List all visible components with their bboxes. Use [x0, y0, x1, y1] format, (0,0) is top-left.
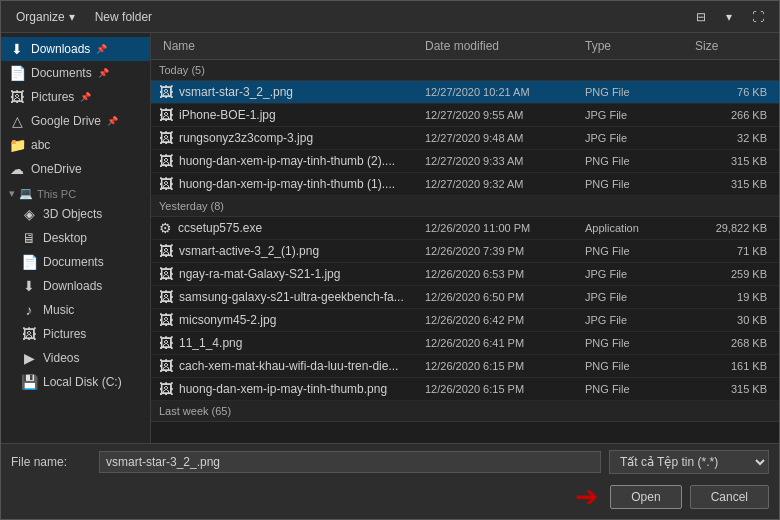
file-date: 12/27/2020 9:55 AM: [421, 109, 581, 121]
file-name-cell: 🖼 huong-dan-xem-ip-may-tinh-thumb (1)...…: [159, 176, 421, 192]
table-row[interactable]: 🖼 huong-dan-xem-ip-may-tinh-thumb (1)...…: [151, 173, 779, 196]
file-date: 12/26/2020 6:42 PM: [421, 314, 581, 326]
view-icon: ⊟: [696, 10, 706, 24]
file-size: 71 KB: [691, 245, 771, 257]
localdisk-icon: 💾: [21, 374, 37, 390]
file-type: PNG File: [581, 178, 691, 190]
table-row[interactable]: 🖼 rungsonyz3z3comp-3.jpg 12/27/2020 9:48…: [151, 127, 779, 150]
column-headers: Name Date modified Type Size: [151, 33, 779, 60]
view-toggle-button[interactable]: ⊟: [689, 7, 713, 27]
music-icon: ♪: [21, 302, 37, 318]
documents-quick-icon: 📄: [9, 65, 25, 81]
table-row[interactable]: 🖼 vsmart-star-3_2_.png 12/27/2020 10:21 …: [151, 81, 779, 104]
group-header: Today (5): [151, 60, 779, 81]
file-name-cell: 🖼 samsung-galaxy-s21-ultra-geekbench-fa.…: [159, 289, 421, 305]
table-row[interactable]: 🖼 micsonym45-2.jpg 12/26/2020 6:42 PM JP…: [151, 309, 779, 332]
sidebar-label-abc-quick: abc: [31, 138, 50, 152]
cancel-button[interactable]: Cancel: [690, 485, 769, 509]
sidebar-label-downloads: Downloads: [43, 279, 102, 293]
action-row: ➔ Open Cancel: [11, 480, 769, 513]
file-type-icon: 🖼: [159, 266, 173, 282]
sidebar-item-documents[interactable]: 📄 Documents: [1, 250, 150, 274]
organize-chevron: ▾: [69, 10, 75, 24]
sidebar-item-desktop[interactable]: 🖥 Desktop: [1, 226, 150, 250]
file-type: PNG File: [581, 245, 691, 257]
col-date[interactable]: Date modified: [421, 37, 581, 55]
file-type: PNG File: [581, 360, 691, 372]
pin-icon: 📌: [98, 68, 109, 78]
col-size[interactable]: Size: [691, 37, 771, 55]
table-row[interactable]: 🖼 iPhone-BOE-1.jpg 12/27/2020 9:55 AM JP…: [151, 104, 779, 127]
sidebar-item-videos[interactable]: ▶ Videos: [1, 346, 150, 370]
sidebar-label-pictures: Pictures: [43, 327, 86, 341]
onedrive-icon: ☁: [9, 161, 25, 177]
file-name: cach-xem-mat-khau-wifi-da-luu-tren-die..…: [179, 359, 398, 373]
file-date: 12/27/2020 9:32 AM: [421, 178, 581, 190]
sidebar-item-downloads[interactable]: ⬇ Downloads: [1, 274, 150, 298]
file-name: vsmart-active-3_2_(1).png: [179, 244, 319, 258]
file-date: 12/26/2020 6:41 PM: [421, 337, 581, 349]
organize-button[interactable]: Organize ▾: [9, 7, 82, 27]
file-dialog: Organize ▾ New folder ⊟ ▾ ⛶ ⬇ Downloads …: [0, 0, 780, 520]
file-type-icon: 🖼: [159, 312, 173, 328]
pin-icon: 📌: [107, 116, 118, 126]
this-pc-label: This PC: [37, 188, 76, 200]
sidebar-item-documents-quick[interactable]: 📄 Documents 📌: [1, 61, 150, 85]
chevron-icon: ▾: [9, 187, 15, 200]
table-row[interactable]: 🖼 vsmart-active-3_2_(1).png 12/26/2020 7…: [151, 240, 779, 263]
file-size: 315 KB: [691, 383, 771, 395]
sidebar-item-abc-quick[interactable]: 📁 abc: [1, 133, 150, 157]
pc-icon: 💻: [19, 187, 33, 200]
table-row[interactable]: 🖼 huong-dan-xem-ip-may-tinh-thumb (2)...…: [151, 150, 779, 173]
file-name: iPhone-BOE-1.jpg: [179, 108, 276, 122]
table-row[interactable]: 🖼 ngay-ra-mat-Galaxy-S21-1.jpg 12/26/202…: [151, 263, 779, 286]
table-row[interactable]: ⚙ ccsetup575.exe 12/26/2020 11:00 PM App…: [151, 217, 779, 240]
group-header: Yesterday (8): [151, 196, 779, 217]
filename-row: File name: Tất cả Tệp tin (*.*): [11, 450, 769, 474]
file-size: 29,822 KB: [691, 222, 771, 234]
file-name-cell: 🖼 ngay-ra-mat-Galaxy-S21-1.jpg: [159, 266, 421, 282]
pictures-icon: 🖼: [21, 326, 37, 342]
sidebar-item-music[interactable]: ♪ Music: [1, 298, 150, 322]
table-row[interactable]: 🖼 cach-xem-mat-khau-wifi-da-luu-tren-die…: [151, 355, 779, 378]
file-area: Name Date modified Type Size Today (5) 🖼…: [151, 33, 779, 443]
file-type-icon: 🖼: [159, 243, 173, 259]
file-date: 12/26/2020 6:15 PM: [421, 360, 581, 372]
sidebar-label-3dobjects: 3D Objects: [43, 207, 102, 221]
sidebar-item-onedrive[interactable]: ☁ OneDrive: [1, 157, 150, 181]
sidebar-item-pictures[interactable]: 🖼 Pictures: [1, 322, 150, 346]
table-row[interactable]: 🖼 huong-dan-xem-ip-may-tinh-thumb.png 12…: [151, 378, 779, 401]
file-date: 12/27/2020 9:48 AM: [421, 132, 581, 144]
pin-icon: 📌: [80, 92, 91, 102]
sidebar-item-googledrive-quick[interactable]: △ Google Drive 📌: [1, 109, 150, 133]
pictures-quick-icon: 🖼: [9, 89, 25, 105]
sidebar-item-pictures-quick[interactable]: 🖼 Pictures 📌: [1, 85, 150, 109]
sidebar-onedrive-label: OneDrive: [31, 162, 82, 176]
open-button[interactable]: Open: [610, 485, 681, 509]
sidebar-item-3dobjects[interactable]: ◈ 3D Objects: [1, 202, 150, 226]
file-type-icon: 🖼: [159, 358, 173, 374]
col-name[interactable]: Name: [159, 37, 421, 55]
sidebar-label-desktop: Desktop: [43, 231, 87, 245]
col-type[interactable]: Type: [581, 37, 691, 55]
filetype-select[interactable]: Tất cả Tệp tin (*.*): [609, 450, 769, 474]
sidebar-item-downloads-quick[interactable]: ⬇ Downloads 📌: [1, 37, 150, 61]
table-row[interactable]: 🖼 samsung-galaxy-s21-ultra-geekbench-fa.…: [151, 286, 779, 309]
file-type-icon: 🖼: [159, 381, 173, 397]
table-row[interactable]: 🖼 11_1_4.png 12/26/2020 6:41 PM PNG File…: [151, 332, 779, 355]
file-name-cell: ⚙ ccsetup575.exe: [159, 220, 421, 236]
filename-input[interactable]: [99, 451, 601, 473]
file-type-icon: 🖼: [159, 84, 173, 100]
file-size: 259 KB: [691, 268, 771, 280]
layout-button[interactable]: ▾: [719, 7, 739, 27]
quick-access-section: ⬇ Downloads 📌📄 Documents 📌🖼 Pictures 📌△ …: [1, 37, 150, 157]
new-folder-button[interactable]: New folder: [88, 7, 159, 27]
file-type-icon: ⚙: [159, 220, 172, 236]
fullscreen-button[interactable]: ⛶: [745, 7, 771, 27]
file-type: JPG File: [581, 132, 691, 144]
file-type-icon: 🖼: [159, 176, 173, 192]
file-name-cell: 🖼 micsonym45-2.jpg: [159, 312, 421, 328]
file-list: Today (5) 🖼 vsmart-star-3_2_.png 12/27/2…: [151, 60, 779, 443]
sidebar-item-localdisk[interactable]: 💾 Local Disk (C:): [1, 370, 150, 394]
main-content: ⬇ Downloads 📌📄 Documents 📌🖼 Pictures 📌△ …: [1, 33, 779, 443]
